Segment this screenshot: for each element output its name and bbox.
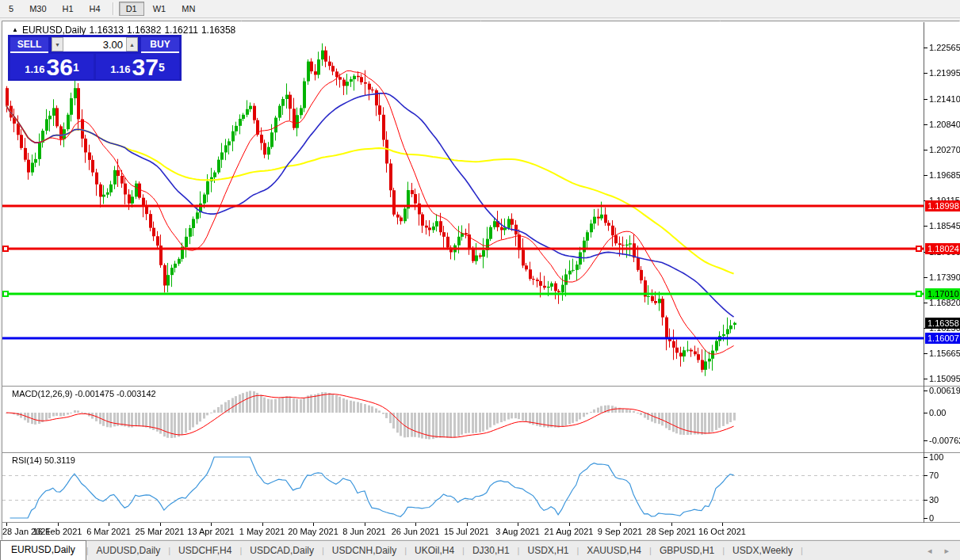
macd-label: MACD(12,26,9) -0.001475 -0.003142	[12, 389, 156, 398]
tab-separator: |	[801, 546, 803, 555]
chart-tab-dj30-h1[interactable]: DJ30,H1	[465, 542, 518, 559]
date-tick-label: 28 Sep 2021	[646, 527, 695, 536]
buy-button[interactable]: BUY	[141, 37, 179, 53]
chart-title: EURUSD,Daily	[22, 25, 86, 36]
date-tick-label: 15 Jul 2021	[444, 527, 489, 536]
hline-price-label: 1.16007	[925, 333, 960, 344]
sell-price-sup: 1	[73, 54, 79, 81]
rsi-axis-tick: 100	[929, 452, 943, 462]
price-tick: 1.21995	[929, 68, 960, 78]
chart-tab-usdx-h1[interactable]: USDX,H1	[519, 542, 576, 559]
volume-decrease-button[interactable]: ▼	[52, 37, 63, 51]
tab-scroll-arrows: ◂▸	[927, 546, 960, 556]
date-tick-label: 6 Mar 2021	[86, 527, 131, 536]
collapse-icon[interactable]: ▲	[12, 26, 18, 33]
hline-price-label: 1.18998	[925, 200, 960, 211]
date-tick-label: 25 Mar 2021	[136, 527, 185, 536]
price-tick: 1.21410	[929, 94, 960, 104]
date-tick-label: 13 Apr 2021	[187, 527, 234, 536]
ohlc-low: 1.16211	[164, 25, 198, 36]
price-tick: 1.15095	[929, 374, 960, 383]
chart-tab-usdcnh-daily[interactable]: USDCNH,Daily	[324, 542, 404, 559]
price-tick: 1.17390	[929, 272, 960, 282]
macd-axis-tick: 0.00	[929, 408, 946, 417]
rsi-axis-tick: 0	[929, 513, 934, 523]
date-tick-label: 16 Oct 2021	[698, 527, 746, 536]
hline-price-label: 1.17010	[925, 288, 960, 299]
buy-price-big: 37	[132, 56, 159, 78]
ohlc-open: 1.16313	[90, 25, 124, 36]
volume-increase-button[interactable]: ▲	[126, 37, 138, 51]
price-tick: 1.15665	[929, 349, 960, 358]
volume-spinner: ▼ ▲	[52, 37, 138, 51]
chart-tab-usdchf-h4[interactable]: USDCHF,H4	[170, 542, 239, 559]
tab-scroll-left-icon[interactable]: ◂	[927, 546, 932, 556]
sell-price-small: 1.16	[25, 61, 44, 78]
price-tick: 1.22565	[929, 43, 960, 52]
date-tick-label: 9 Sep 2021	[598, 527, 642, 536]
symbol-tab-bar: EURUSD,Daily|AUDUSD,Daily|USDCHF,H4|USDC…	[0, 540, 960, 560]
chart-tab-xauusd-h4[interactable]: XAUUSD,H4	[579, 542, 649, 559]
buy-price-sup: 5	[159, 54, 165, 81]
tab-scroll-right-icon[interactable]: ▸	[944, 546, 949, 556]
rsi-label: RSI(14) 50.3119	[12, 455, 75, 465]
sell-price[interactable]: 1.16361	[10, 54, 94, 79]
date-tick-label: 21 Aug 2021	[545, 527, 594, 536]
mt4-window: 5M30H1H4D1W1MN ▲EURUSD,Daily1.163131.163…	[0, 0, 960, 560]
date-tick-label: 8 Jun 2021	[342, 527, 385, 536]
date-tick-label: 1 May 2021	[239, 527, 285, 536]
chart-tab-ukoil-h4[interactable]: UKOil,H4	[407, 542, 462, 559]
price-tick: 1.18545	[929, 221, 960, 230]
macd-axis-tick: 0.006193	[929, 386, 960, 395]
hline-price-label: 1.18024	[925, 243, 960, 254]
chart-ohlc-header: ▲EURUSD,Daily1.163131.163821.162111.1635…	[12, 25, 239, 36]
buy-price-small: 1.16	[110, 61, 130, 78]
price-tick: 1.19685	[929, 170, 960, 180]
rsi-axis-tick: 30	[929, 495, 939, 505]
date-tick-label: 26 Jun 2021	[392, 527, 440, 536]
volume-input[interactable]	[63, 37, 126, 51]
ohlc-high: 1.16382	[127, 25, 161, 36]
chart-tab-eurusd-daily[interactable]: EURUSD,Daily	[0, 540, 86, 560]
current-price-label: 1.16358	[925, 318, 960, 329]
buy-price[interactable]: 1.16375	[96, 54, 179, 79]
chart-tab-gbpusd-h1[interactable]: GBPUSD,H1	[652, 542, 722, 559]
date-tick-label: 20 May 2021	[288, 527, 338, 536]
sell-button[interactable]: SELL	[10, 37, 48, 53]
rsi-axis-tick: 70	[929, 470, 939, 480]
chart-canvas[interactable]	[0, 0, 960, 540]
one-click-trading-panel: SELL ▼ ▲ BUY 1.16361 1.16375	[8, 35, 182, 81]
date-tick-label: 3 Aug 2021	[495, 527, 540, 536]
sell-price-big: 36	[47, 56, 73, 78]
chart-tab-usdx-weekly[interactable]: USDX,Weekly	[725, 542, 801, 559]
chart-tab-usdcad-daily[interactable]: USDCAD,Daily	[242, 542, 322, 559]
price-tick: 1.20840	[929, 120, 960, 129]
ohlc-close: 1.16358	[201, 25, 235, 36]
price-tick: 1.20270	[929, 145, 960, 154]
macd-axis-tick: -0.007621	[929, 436, 960, 445]
date-tick-label: 16 Feb 2021	[33, 527, 82, 536]
chart-tab-audusd-daily[interactable]: AUDUSD,Daily	[89, 542, 169, 559]
